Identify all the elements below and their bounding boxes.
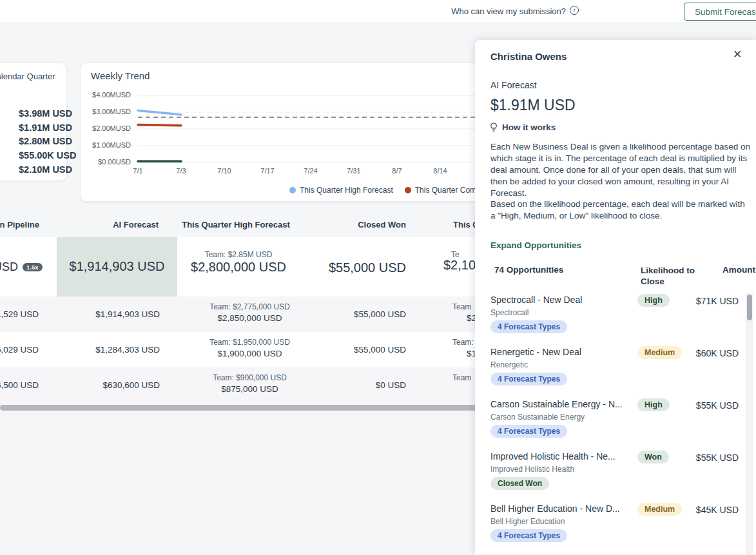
deal-name[interactable]: Improved Holistic Health - Ne... bbox=[490, 451, 615, 462]
ai-forecast-value: $1.91M USD bbox=[490, 97, 576, 114]
panel-title: Christina Owens bbox=[490, 51, 567, 62]
multiplier-badge: 1.5x bbox=[23, 263, 43, 272]
x-tick-label: 7/1 bbox=[122, 167, 154, 175]
column-header-closed-won: Closed Won bbox=[342, 213, 406, 237]
deal-name[interactable]: Bell Higher Education - New D... bbox=[490, 503, 620, 514]
forecast-types-tag: 4 Forecast Types bbox=[490, 425, 567, 438]
pipeline-cell: 6,500 USD bbox=[0, 367, 39, 403]
high-forecast-value: $2,850,000 USD bbox=[180, 313, 319, 323]
forecast-page: { "topbar": { "who_can_view": "Who can v… bbox=[0, 0, 756, 555]
deal-name[interactable]: Spectrocall - New Deal bbox=[490, 295, 582, 305]
summary-card-title: This Calendar Quarter bbox=[0, 72, 55, 81]
summary-value: $2.80M USD bbox=[19, 135, 76, 149]
summary-pipeline-cell: USD 1.5x bbox=[0, 260, 43, 274]
opportunities-scrollbar-thumb[interactable] bbox=[747, 295, 752, 320]
team-rollup-fragment: Team bbox=[452, 373, 471, 382]
legend-item[interactable]: This Quarter High Forecast bbox=[289, 186, 393, 195]
y-tick-label: $1.00MUSD bbox=[81, 141, 131, 149]
high-forecast-value: $1,900,000 USD bbox=[180, 349, 319, 358]
legend-dot-icon bbox=[289, 187, 296, 193]
x-tick-label: 7/3 bbox=[165, 167, 197, 175]
x-tick-label: 7/10 bbox=[208, 167, 240, 175]
forecast-types-tag: 4 Forecast Types bbox=[490, 320, 567, 333]
pipeline-cell: 1,529 USD bbox=[0, 297, 39, 332]
column-header-ai-forecast: AI Forecast bbox=[81, 213, 159, 237]
y-tick-label: $2.00MUSD bbox=[81, 124, 131, 132]
x-tick-label: 7/24 bbox=[295, 167, 327, 175]
x-tick-label: 8/14 bbox=[424, 167, 456, 175]
pipeline-cell: 5,029 USD bbox=[0, 332, 39, 367]
high-forecast-value: $875,000 USD bbox=[180, 384, 319, 394]
summary-value: $1.91M USD bbox=[19, 121, 76, 135]
expand-opportunities-link[interactable]: Expand Opportunities bbox=[490, 240, 581, 250]
y-tick-label: $4.00MUSD bbox=[81, 91, 131, 99]
horizontal-scrollbar[interactable] bbox=[0, 405, 482, 411]
opportunity-row[interactable]: Spectrocall - New Deal Spectrocall 4 For… bbox=[475, 293, 746, 346]
opportunity-row[interactable]: Bell Higher Education - New D... Bell Hi… bbox=[475, 502, 746, 554]
forecast-types-tag: 4 Forecast Types bbox=[490, 529, 567, 542]
legend-item[interactable]: This Quarter Commit bbox=[405, 186, 487, 195]
closed-won-cell: $55,000 USD bbox=[300, 297, 406, 332]
company-name: Carson Sustainable Energy bbox=[490, 413, 585, 422]
ai-forecast-cell: $1,914,903 USD bbox=[57, 297, 160, 332]
ai-forecast-label: AI Forecast bbox=[490, 80, 537, 90]
summary-value: $55.00K USD bbox=[19, 149, 76, 163]
top-bar: Who can view my submission? i Submit For… bbox=[0, 0, 756, 23]
column-header-open-pipeline: Open Pipeline bbox=[0, 213, 39, 237]
deal-amount: $60K USD bbox=[661, 348, 739, 358]
how-it-works-row: How it works bbox=[489, 122, 556, 132]
opportunities-count: 74 Opportunities bbox=[494, 265, 563, 275]
legend-label: This Quarter High Forecast bbox=[300, 186, 393, 195]
team-rollup-fragment: Team bbox=[452, 302, 471, 311]
deal-amount: $71K USD bbox=[661, 296, 739, 306]
summary-value: $3.98M USD bbox=[19, 107, 76, 121]
summary-value: $2.10M USD bbox=[19, 163, 76, 177]
ai-forecast-cell: $630,600 USD bbox=[57, 367, 160, 403]
quarter-summary-card: This Calendar Quarter $3.98M USD $1.91M … bbox=[0, 63, 67, 181]
y-tick-label: $0.00USD bbox=[81, 158, 131, 166]
high-forecast-summary-value: $2,800,000 USD bbox=[177, 260, 300, 275]
legend-dot-icon bbox=[405, 187, 411, 193]
x-tick-label: 7/17 bbox=[251, 167, 284, 175]
team-rollup-fragment: Team: bbox=[452, 338, 474, 347]
team-rollup-value: Team: $1,950,000 USD bbox=[180, 338, 319, 347]
closed-won-cell: $55,000 USD bbox=[300, 332, 406, 367]
x-tick-label: 8/7 bbox=[381, 167, 413, 175]
who-can-view-label: Who can view my submission? bbox=[451, 6, 566, 16]
submit-forecast-button[interactable]: Submit Forecast bbox=[684, 3, 756, 21]
pipeline-value-fragment: USD bbox=[0, 260, 18, 274]
company-name: Bell Higher Education bbox=[490, 517, 565, 526]
deal-amount: $55K USD bbox=[661, 453, 739, 463]
opportunity-row[interactable]: Renergetic - New Deal Renergetic 4 Forec… bbox=[475, 346, 746, 398]
x-tick-label: 7/31 bbox=[338, 167, 370, 175]
team-rollup-value: Team: $2,775,000 USD bbox=[180, 302, 319, 311]
company-name: Spectrocall bbox=[490, 308, 528, 317]
info-icon[interactable]: i bbox=[570, 6, 579, 15]
christina-owens-panel: Christina Owens ✕ AI Forecast $1.91M USD… bbox=[475, 40, 756, 555]
opportunity-row[interactable]: Carson Sustainable Energy - N... Carson … bbox=[475, 398, 746, 450]
explanation-paragraph: Each New Business Deal is given a likeli… bbox=[490, 141, 751, 199]
y-tick-label: $3.00MUSD bbox=[81, 108, 131, 115]
lightbulb-icon bbox=[489, 122, 498, 132]
opportunities-scrollbar-track bbox=[746, 293, 753, 555]
closed-won-cell: $0 USD bbox=[300, 367, 406, 403]
how-it-works-label: How it works bbox=[502, 122, 556, 132]
team-rollup-value: Team: $900,000 USD bbox=[180, 373, 319, 382]
amount-column-header: Amount bbox=[678, 265, 755, 275]
summary-card-values: $3.98M USD $1.91M USD $2.80M USD $55.00K… bbox=[19, 107, 76, 177]
opportunity-row[interactable]: Improved Holistic Health - Ne... Improve… bbox=[475, 450, 746, 502]
explanation-paragraph: Based on the likelihood percentage, each… bbox=[490, 199, 751, 222]
deal-amount: $45K USD bbox=[661, 505, 739, 515]
close-icon[interactable]: ✕ bbox=[733, 49, 742, 60]
team-rollup-value: Team: $2.85M USD bbox=[177, 250, 300, 259]
ai-forecast-highlighted-cell[interactable]: $1,914,903 USD bbox=[57, 237, 177, 297]
forecast-types-tag: 4 Forecast Types bbox=[490, 373, 567, 385]
column-header-high-forecast: This Quarter High Forecast bbox=[181, 213, 291, 237]
closed-won-summary-value: $55,000 USD bbox=[300, 260, 406, 275]
deal-name[interactable]: Renergetic - New Deal bbox=[490, 347, 581, 357]
ai-forecast-cell: $1,284,303 USD bbox=[57, 332, 160, 367]
deal-name[interactable]: Carson Sustainable Energy - N... bbox=[490, 399, 623, 409]
closed-won-tag: Closed Won bbox=[490, 477, 549, 490]
company-name: Improved Holistic Health bbox=[490, 465, 574, 474]
ai-forecast-summary-value: $1,914,903 USD bbox=[57, 259, 177, 274]
